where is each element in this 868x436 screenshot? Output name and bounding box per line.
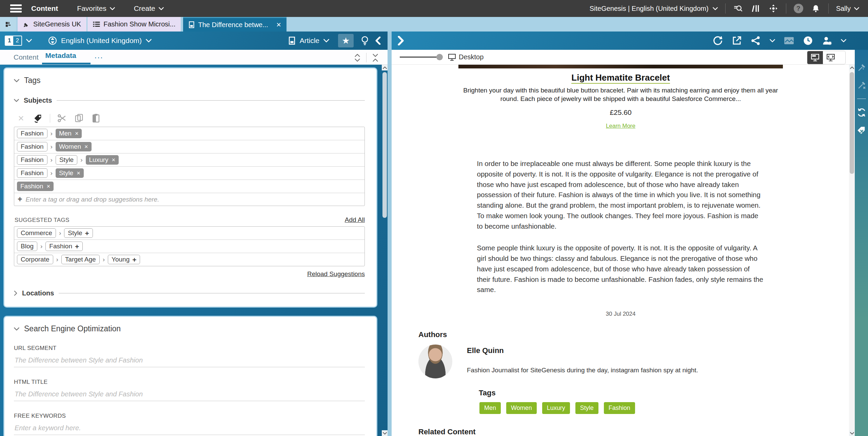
tag-chip-leaf[interactable]: Style× [56,168,84,178]
viewport-size-slider[interactable] [400,57,440,58]
tag-chip-leaf[interactable]: Fashion× [17,182,54,191]
tab-the-difference-active[interactable]: The Difference betwe... × [183,17,286,32]
library-icon[interactable] [751,3,761,14]
locate-target-icon[interactable] [768,3,778,14]
favorite-star-button[interactable]: ★ [338,34,354,47]
sync-content-icon[interactable] [857,108,866,117]
suggested-chip[interactable]: Commerce [17,228,56,238]
reload-suggestions-link[interactable]: Reload Suggestions [307,270,365,278]
more-tabs-button[interactable]: ... [91,51,107,64]
tab-content[interactable]: Content [10,50,42,64]
chevron-down-icon[interactable] [770,39,775,42]
remove-tags-icon[interactable] [857,126,866,136]
tag-refresh-icon[interactable] [33,113,43,123]
suggested-chip[interactable]: Target Age [61,255,100,264]
suggested-chip-add[interactable]: Style+ [64,228,93,238]
remove-tag-icon[interactable]: × [47,183,51,189]
subjects-section-header[interactable]: Subjects [14,97,365,104]
responsive-view-button[interactable] [823,51,839,64]
pane-splitter[interactable] [388,32,392,436]
chevron-down-icon[interactable] [839,56,845,59]
cut-icon[interactable] [57,113,67,123]
close-icon[interactable]: × [276,21,281,29]
remove-tag-icon[interactable]: × [84,144,88,150]
nav-create[interactable]: Create [134,4,164,13]
add-suggestion-icon[interactable]: + [75,243,79,250]
url-segment-input[interactable] [14,352,365,367]
expand-all-button[interactable] [355,54,360,62]
tag-badge[interactable]: Women [506,402,537,414]
tag-badge[interactable]: Fashion [604,402,635,414]
add-suggestion-icon[interactable]: + [132,256,136,263]
copy-icon[interactable] [74,113,84,123]
free-keywords-input[interactable] [14,419,365,435]
tag-chip[interactable]: Fashion [17,155,47,165]
scrollbar-thumb[interactable] [382,72,387,218]
scroll-down-button[interactable] [849,430,855,436]
hamburger-menu-icon[interactable] [10,4,22,13]
tag-chip-leaf[interactable]: Men× [56,129,82,138]
tab-metadata[interactable]: Metadata [42,49,91,64]
product-learn-more-link[interactable]: Learn More [606,123,635,129]
share-icon[interactable] [751,36,761,46]
scroll-down-button[interactable] [382,430,388,436]
tag-chip[interactable]: Fashion [17,129,47,138]
expand-pane-icon[interactable] [398,36,404,45]
tag-chip[interactable]: Fashion [17,168,47,178]
suggested-chip-add[interactable]: Fashion+ [45,242,83,251]
user-menu[interactable]: Sally [836,5,859,13]
content-type-selector[interactable]: Article [288,36,329,45]
tab-sitegenesis-uk[interactable]: SiteGenesis UK [18,17,86,32]
edit-pen-disabled-icon[interactable] [857,81,866,90]
site-language-selector[interactable]: SiteGenesis | English (United Kingdom) [590,5,718,13]
suggested-chip-add[interactable]: Young+ [108,255,140,264]
chevron-down-icon[interactable] [26,39,32,42]
scroll-up-button[interactable] [849,65,855,70]
tab-home[interactable] [0,17,16,32]
suggested-chip[interactable]: Corporate [17,255,53,264]
inspector-pointer-icon[interactable] [857,63,866,72]
chevron-left-icon[interactable] [375,37,381,45]
refresh-icon[interactable] [713,36,723,46]
remove-tag-icon[interactable]: × [77,170,80,176]
scroll-up-button[interactable] [382,65,388,70]
add-all-link[interactable]: Add All [345,216,365,224]
add-suggestion-icon[interactable]: + [85,230,89,237]
html-title-input[interactable] [14,386,365,401]
suggested-chip[interactable]: Blog [17,242,37,251]
tags-section-header[interactable]: Tags [14,76,365,85]
tag-badge[interactable]: Men [479,402,501,414]
lightbulb-icon[interactable] [360,36,369,46]
tab-fashion-show[interactable]: Fashion Show Microsi... [87,17,181,32]
media-image-icon[interactable] [784,36,794,46]
product-title-link[interactable]: Light Hematite Bracelet [571,72,670,84]
clear-tags-icon[interactable]: × [16,113,26,123]
locations-section-header[interactable]: Locations [14,289,365,297]
remove-tag-icon[interactable]: × [75,130,79,137]
slider-knob[interactable] [436,54,443,60]
tag-input[interactable] [25,196,361,203]
tag-badge[interactable]: Style [575,402,598,414]
remove-tag-icon[interactable]: × [112,157,116,163]
collapse-all-button[interactable] [373,54,378,62]
seo-section-header[interactable]: Search Engine Optimization [14,324,365,333]
history-clock-icon[interactable] [803,36,813,46]
version-compare-widget[interactable]: 1 2 [5,36,22,46]
open-external-icon[interactable] [732,36,742,46]
nav-content[interactable]: Content [31,4,58,13]
chevron-down-icon[interactable] [841,39,846,42]
tag-chip-leaf[interactable]: Women× [56,142,92,151]
content-search-icon[interactable] [733,3,743,14]
notifications-bell-icon[interactable] [811,3,821,14]
tag-badge[interactable]: Luxury [542,402,570,414]
tag-chip-leaf[interactable]: Luxury× [86,155,119,165]
language-selector[interactable]: English (United Kingdom) [48,36,152,45]
help-icon[interactable]: ? [794,4,803,13]
scrollbar-thumb[interactable] [850,72,854,174]
layout-view-button[interactable] [807,51,823,64]
nav-favorites[interactable]: Favorites [77,4,115,13]
tag-chip[interactable]: Fashion [17,142,47,151]
tag-chip[interactable]: Style [56,155,77,165]
user-settings-icon[interactable] [822,36,832,46]
paste-icon[interactable] [91,113,101,123]
